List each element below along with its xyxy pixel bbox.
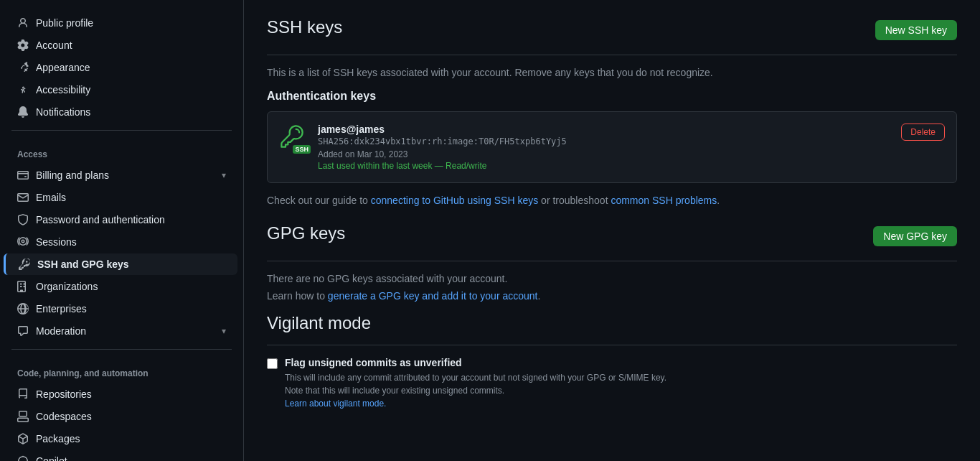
sidebar-item-enterprises[interactable]: Enterprises <box>6 298 237 320</box>
flag-desc: This will include any commit attributed … <box>285 371 666 410</box>
organization-icon <box>17 281 29 292</box>
new-ssh-key-button[interactable]: New SSH key <box>875 20 957 40</box>
paintbrush-icon <box>17 62 29 73</box>
auth-keys-title: Authentication keys <box>267 90 957 103</box>
billing-row: Billing and plans ▾ <box>36 169 226 181</box>
sidebar-item-label: Moderation <box>36 325 86 337</box>
comment-icon <box>17 325 29 337</box>
flag-checkbox[interactable] <box>267 358 278 369</box>
gpg-title: GPG keys <box>267 223 345 243</box>
key-fingerprint: SHA256:dxk234vbx1tbvr:rh:image:T0R/FH5tx… <box>318 136 891 146</box>
ssh-problems-link[interactable]: common SSH problems <box>611 195 717 206</box>
ssh-section-header: SSH keys New SSH key <box>267 17 957 43</box>
flag-label: Flag unsigned commits as unverified <box>285 357 666 368</box>
sidebar-divider-1 <box>11 130 232 131</box>
ssh-key-card: SSH james@james SHA256:dxk234vbx1tbvr:rh… <box>267 111 957 183</box>
sidebar-item-label: Public profile <box>36 17 93 29</box>
key-usage: Last used within the last week — Read/wr… <box>318 161 891 171</box>
learn-vigilant-link[interactable]: Learn about vigilant mode. <box>285 399 386 409</box>
sidebar-item-ssh-gpg[interactable]: SSH and GPG keys <box>4 253 237 275</box>
sidebar: Public profile Account Appearance Access… <box>0 0 244 461</box>
flag-desc-1: This will include any commit attributed … <box>285 373 666 383</box>
sidebar-item-label: Password and authentication <box>36 214 165 225</box>
gpg-learn-text: Learn how to generate a GPG key and add … <box>267 290 957 302</box>
flag-label-group: Flag unsigned commits as unverified This… <box>285 357 666 410</box>
package-icon <box>17 433 29 444</box>
sidebar-item-organizations[interactable]: Organizations <box>6 276 237 297</box>
sidebar-item-label: Accessibility <box>36 84 90 96</box>
sidebar-item-accessibility[interactable]: Accessibility <box>6 79 237 101</box>
delete-key-button[interactable]: Delete <box>901 124 945 141</box>
sidebar-item-account[interactable]: Account <box>6 34 237 56</box>
sidebar-item-repositories[interactable]: Repositories <box>6 383 237 405</box>
sidebar-item-label: Emails <box>36 192 66 203</box>
gpg-empty-text: There are no GPG keys associated with yo… <box>267 273 957 284</box>
shield-icon <box>17 214 29 225</box>
sidebar-item-label: Organizations <box>36 281 98 292</box>
sidebar-item-label: Copilot <box>36 455 67 461</box>
gpg-divider <box>267 261 957 261</box>
sidebar-item-copilot[interactable]: Copilot <box>6 450 237 461</box>
gear-icon <box>17 39 29 51</box>
bell-icon <box>17 106 29 118</box>
globe-icon <box>17 303 29 315</box>
code-section-label: Code, planning, and automation <box>0 357 243 383</box>
ssh-description: This is a list of SSH keys associated wi… <box>267 67 957 78</box>
access-section-label: Access <box>0 138 243 164</box>
ssh-badge: SSH <box>293 145 311 154</box>
mail-icon <box>17 192 29 203</box>
key-icon <box>19 259 30 270</box>
or-troubleshoot: or troubleshoot <box>538 195 611 206</box>
sidebar-item-codespaces[interactable]: Codespaces <box>6 406 237 427</box>
new-gpg-key-button[interactable]: New GPG key <box>873 226 957 246</box>
gpg-generate-link[interactable]: generate a GPG key and add it to your ac… <box>328 290 538 302</box>
vigilant-title: Vigilant mode <box>267 313 957 333</box>
sidebar-item-sessions[interactable]: Sessions <box>6 231 237 253</box>
codespaces-icon <box>17 411 29 422</box>
accessibility-icon <box>17 84 29 96</box>
sidebar-item-label: Packages <box>36 433 80 444</box>
key-date: Added on Mar 10, 2023 <box>318 149 891 159</box>
sidebar-item-notifications[interactable]: Notifications <box>6 101 237 123</box>
main-content: SSH keys New SSH key This is a list of S… <box>244 0 980 461</box>
gpg-section-header: GPG keys New GPG key <box>267 223 957 249</box>
gpg-period: . <box>537 290 540 302</box>
sidebar-item-public-profile[interactable]: Public profile <box>6 12 237 34</box>
moderation-row: Moderation ▾ <box>36 325 226 337</box>
vigilant-divider <box>267 345 957 345</box>
gpg-learn-prefix: Learn how to <box>267 290 328 302</box>
broadcast-icon <box>17 236 29 248</box>
key-icon-wrapper: SSH <box>279 124 308 152</box>
credit-card-icon <box>17 169 29 181</box>
vigilant-section: Vigilant mode Flag unsigned commits as u… <box>267 313 957 410</box>
key-info: james@james SHA256:dxk234vbx1tbvr:rh:ima… <box>318 124 891 171</box>
sidebar-item-label: Billing and plans <box>36 169 109 181</box>
sidebar-item-packages[interactable]: Packages <box>6 428 237 450</box>
flag-desc-2: Note that this will include your existin… <box>285 386 504 396</box>
ssh-title: SSH keys <box>267 17 342 37</box>
copilot-icon <box>17 455 29 461</box>
sidebar-item-label: Repositories <box>36 388 92 400</box>
chevron-down-icon: ▾ <box>222 170 226 180</box>
sidebar-item-billing[interactable]: Billing and plans ▾ <box>6 164 237 186</box>
sidebar-item-moderation[interactable]: Moderation ▾ <box>6 320 237 342</box>
ssh-divider <box>267 55 957 55</box>
sidebar-item-appearance[interactable]: Appearance <box>6 57 237 78</box>
sidebar-item-label: SSH and GPG keys <box>37 259 129 270</box>
person-icon <box>17 17 29 29</box>
sidebar-item-label: Sessions <box>36 236 77 248</box>
sidebar-item-emails[interactable]: Emails <box>6 187 237 208</box>
guide-period: . <box>717 195 720 206</box>
sidebar-item-label: Codespaces <box>36 411 92 422</box>
sidebar-item-label: Account <box>36 39 72 51</box>
connecting-link[interactable]: connecting to GitHub using SSH keys <box>371 195 538 206</box>
sidebar-item-password[interactable]: Password and authentication <box>6 209 237 230</box>
chevron-down-icon-2: ▾ <box>222 326 226 336</box>
key-name: james@james <box>318 124 891 135</box>
ssh-guide-text: Check out our guide to connecting to Git… <box>267 195 957 206</box>
sidebar-item-label: Appearance <box>36 62 90 73</box>
sidebar-item-label: Enterprises <box>36 303 87 315</box>
sidebar-divider-2 <box>11 349 232 350</box>
sidebar-item-label: Notifications <box>36 106 90 118</box>
check-out-prefix: Check out our guide to <box>267 195 371 206</box>
